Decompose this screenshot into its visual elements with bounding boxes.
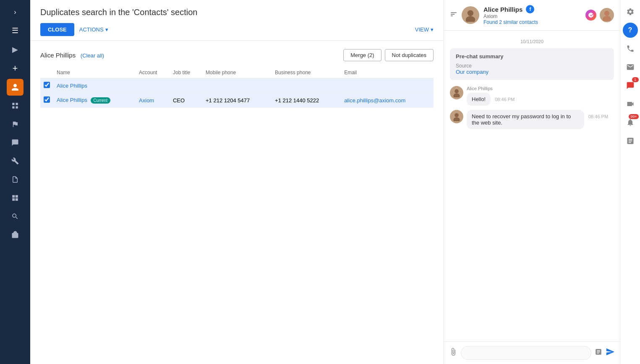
chat-input[interactable] <box>461 346 591 360</box>
row1-name: Alice Phillips <box>53 78 136 93</box>
col-mobile-phone: Mobile phone <box>202 67 272 78</box>
email-icon[interactable] <box>623 60 638 75</box>
pre-chat-source-value[interactable]: Our company <box>456 69 608 75</box>
row2-job-title: CEO <box>170 93 202 108</box>
row2-business-phone: +1 212 1440 5222 <box>272 93 341 108</box>
row1-contact-link[interactable]: Alice Phillips <box>57 83 87 89</box>
row2-contact-link[interactable]: Alice Phillips <box>57 97 87 103</box>
phone-icon[interactable] <box>623 41 638 56</box>
sidebar-menu-btn[interactable]: ☰ <box>8 22 23 39</box>
row2-account: Axiom <box>136 93 170 108</box>
row2-mobile-phone: +1 212 1204 5477 <box>202 93 272 108</box>
pre-chat-source-label: Source <box>456 63 608 69</box>
row2-checkbox-cell[interactable] <box>40 93 53 108</box>
chat-bubble-row-1: Hello! 08:46 PM <box>467 93 614 106</box>
col-account: Account <box>136 67 170 78</box>
sidebar-item-contacts[interactable] <box>7 79 24 96</box>
sidebar-item-play[interactable]: ▶ <box>7 41 24 58</box>
chat-badge: 1 <box>632 77 639 82</box>
page-title: Duplicates search in the 'Contacts' sect… <box>40 8 434 17</box>
row1-job-title <box>170 78 202 93</box>
view-button[interactable]: VIEW ▾ <box>415 26 434 33</box>
row2-account-link[interactable]: Axiom <box>139 97 154 104</box>
merge-button[interactable]: Merge (2) <box>343 49 381 61</box>
bell-icon[interactable]: 99+ <box>623 115 638 130</box>
actions-button[interactable]: ACTIONS ▾ <box>79 26 108 33</box>
header-actions: CLOSE ACTIONS ▾ VIEW ▾ <box>40 23 434 36</box>
send-button[interactable] <box>606 347 615 359</box>
video-icon[interactable] <box>623 96 638 112</box>
chat-icon[interactable]: 1 <box>623 78 638 93</box>
svg-point-0 <box>468 10 473 16</box>
sidebar-expand-btn[interactable]: › <box>10 4 20 20</box>
filter-icon[interactable] <box>450 10 457 20</box>
chat-time-1: 08:46 PM <box>495 97 515 102</box>
row1-mobile-phone <box>202 78 272 93</box>
message-sender-1: Alice Phillips <box>467 86 614 91</box>
chat-contact-name: Alice Phillips f <box>483 5 581 13</box>
duplicates-contact-name: Alice Phillips <box>40 52 76 59</box>
row1-business-phone <box>272 78 341 93</box>
help-icon[interactable]: ? <box>623 23 638 38</box>
chat-header: Alice Phillips f Axiom Found 2 similar c… <box>444 0 620 31</box>
row2-email-link[interactable]: alice.phillips@axiom.com <box>344 97 405 104</box>
reports-icon[interactable] <box>623 133 638 148</box>
sidebar-item-search[interactable] <box>7 208 24 225</box>
sidebar-item-grid[interactable] <box>7 97 24 114</box>
row1-email <box>341 78 434 93</box>
messenger-icon[interactable] <box>585 10 596 21</box>
svg-point-3 <box>603 16 611 21</box>
clear-all-link[interactable]: (Clear all) <box>81 52 104 59</box>
sidebar-item-chat[interactable] <box>7 134 24 151</box>
left-sidebar: › ☰ ▶ + <box>0 0 30 364</box>
facebook-icon[interactable]: f <box>526 5 534 13</box>
notification-badge: 99+ <box>629 114 638 119</box>
current-badge: Current <box>91 97 110 104</box>
row1-checkbox[interactable] <box>44 82 50 88</box>
similar-contacts-link[interactable]: Found 2 similar contacts <box>483 19 581 25</box>
row1-account <box>136 78 170 93</box>
sidebar-item-dashboard[interactable] <box>7 190 24 206</box>
actions-chevron-icon: ▾ <box>105 26 108 33</box>
right-icon-panel: ? 1 99+ <box>620 0 640 364</box>
chat-message-row-2: Need to recover my password to log in to… <box>450 110 614 129</box>
duplicates-action-buttons: Merge (2) Not duplicates <box>343 49 434 61</box>
row2-checkbox[interactable] <box>44 96 50 103</box>
table-header-row: Name Account Job title Mobile phone Busi… <box>40 67 434 78</box>
attach-button[interactable] <box>449 348 457 358</box>
sidebar-item-cases[interactable] <box>7 226 24 243</box>
gear-icon[interactable] <box>623 4 638 19</box>
chat-message-row: Alice Phillips Hello! 08:46 PM <box>450 86 614 106</box>
chat-company: Axiom <box>483 13 581 19</box>
chat-bubble-1: Hello! <box>467 93 491 106</box>
close-button[interactable]: CLOSE <box>40 23 74 36</box>
col-business-phone: Business phone <box>272 67 341 78</box>
chat-contact-info: Alice Phillips f Axiom Found 2 similar c… <box>483 5 581 25</box>
pre-chat-summary: Pre-chat summary Source Our company <box>450 48 614 80</box>
template-button[interactable] <box>595 348 602 358</box>
chat-header-icons <box>585 8 614 22</box>
sidebar-add-btn[interactable]: + <box>9 60 21 77</box>
not-duplicates-button[interactable]: Not duplicates <box>385 49 434 61</box>
view-chevron-icon: ▾ <box>431 26 434 33</box>
svg-point-2 <box>604 11 609 16</box>
row1-checkbox-cell[interactable] <box>40 78 53 93</box>
pre-chat-title: Pre-chat summary <box>456 53 608 60</box>
chat-input-area <box>444 341 620 364</box>
svg-point-1 <box>466 16 475 22</box>
col-email: Email <box>341 67 434 78</box>
main-content: Duplicates search in the 'Contacts' sect… <box>30 0 444 364</box>
svg-point-7 <box>453 117 460 121</box>
sidebar-item-flag[interactable] <box>7 116 24 133</box>
col-name: Name <box>53 67 136 78</box>
contact-avatar <box>462 6 479 24</box>
table-row: Alice Phillips <box>40 78 434 93</box>
col-job-title: Job title <box>170 67 202 78</box>
message-content-1: Alice Phillips Hello! 08:46 PM <box>467 86 614 106</box>
sidebar-item-tools[interactable] <box>7 153 24 169</box>
duplicates-table: Name Account Job title Mobile phone Busi… <box>40 67 434 108</box>
duplicates-title-row: Alice Phillips (Clear all) <box>40 52 104 59</box>
sidebar-item-reports[interactable] <box>7 171 24 188</box>
message-content-2: Need to recover my password to log in to… <box>467 110 614 129</box>
duplicates-header: Alice Phillips (Clear all) Merge (2) Not… <box>40 49 434 61</box>
